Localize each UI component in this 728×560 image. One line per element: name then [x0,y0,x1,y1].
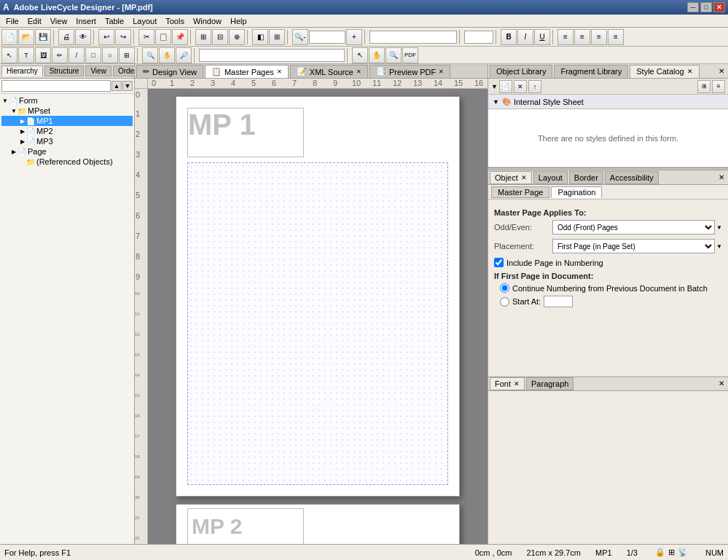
tab-xml-source[interactable]: 📝 XML Source ✕ [290,65,368,78]
close-button[interactable]: ✕ [713,2,725,12]
continue-numbering-radio[interactable] [500,283,509,293]
new-style-button[interactable]: 📄 [499,80,512,93]
object-panel-close[interactable]: ✕ [716,173,727,181]
tool-draw[interactable]: ✏ [52,47,68,63]
grid2-button[interactable]: ⊟ [212,29,228,45]
save-button[interactable]: 💾 [35,29,51,45]
tab-layout[interactable]: Layout [533,171,568,184]
tree-node-mp1[interactable]: ▶ 📄 MP1 [1,116,133,126]
menu-table[interactable]: Table [101,16,128,26]
menu-file[interactable]: File [1,16,23,26]
align-text-left-button[interactable]: ≡ [557,29,574,45]
hand-button[interactable]: ✋ [369,47,385,63]
tab-object[interactable]: Object ✕ [490,171,532,184]
align-text-center-button[interactable]: ≡ [574,29,590,45]
placement-select[interactable]: First Page (in Page Set) Last Page Any P… [552,239,715,253]
move-up-style-button[interactable]: ↑ [528,80,541,93]
font-name-input[interactable] [369,31,457,44]
start-at-row[interactable]: Start At: [494,296,722,307]
page-2-partial[interactable]: MP 2 [176,504,460,544]
bold-button[interactable]: B [501,29,517,45]
tab-object-library[interactable]: Object Library [490,65,552,78]
continue-numbering-row[interactable]: Continue Numbering from Previous Documen… [494,283,722,293]
zoom-in-button[interactable]: + [346,29,362,45]
search-down-button[interactable]: ▼ [122,81,133,91]
start-at-radio[interactable] [500,297,509,307]
mp1-header-box[interactable]: MP 1 [187,108,304,157]
zoom-input[interactable]: 65% [309,31,345,44]
tab-preview-pdf[interactable]: 📑 Preview PDF ✕ [369,65,450,78]
tab-master-page[interactable]: Master Page [491,186,549,198]
tool-image[interactable]: 🖼 [35,47,51,63]
tree-node-refobj[interactable]: ▶ 📁 (Referenced Objects) [1,157,133,167]
preview-button[interactable]: 👁 [75,29,91,45]
print-button[interactable]: 🖨 [58,29,74,45]
start-at-input[interactable] [544,296,573,307]
expand-page[interactable]: ▶ [10,149,17,155]
tab-paragraph[interactable]: Paragraph [526,377,574,390]
snap-button[interactable]: ⊕ [229,29,245,45]
expand-mp3[interactable]: ▶ [19,138,26,145]
style-options-1[interactable]: ⊞ [697,80,711,93]
menu-window[interactable]: Window [189,16,226,26]
hierarchy-search-input[interactable] [1,80,111,92]
justify-button[interactable]: ≡ [608,29,624,45]
tree-node-page[interactable]: ▶ 📄 Page [1,146,133,157]
include-numbering-row[interactable]: Include Page in Numbering [494,258,722,267]
tool-text[interactable]: T [18,47,34,63]
paste-button[interactable]: 📌 [172,29,188,45]
tab-view[interactable]: View [85,66,111,76]
tree-node-mpset[interactable]: ▼ 📁 MPset [1,106,133,116]
page-1[interactable]: MP 1 [176,96,460,497]
tree-node-form[interactable]: ▼ 📄 Form [1,95,133,106]
new-button[interactable]: 📄 [1,29,17,45]
tool-select[interactable]: ↖ [1,47,17,63]
tab-style-catalog[interactable]: Style Catalog ✕ [630,65,699,78]
minimize-button[interactable]: ─ [687,2,699,12]
style-catalog-close[interactable]: ✕ [687,68,693,75]
font-tab-close[interactable]: ✕ [514,380,520,387]
align-left-button[interactable]: ◧ [252,29,268,45]
tool-rect[interactable]: □ [85,47,101,63]
menu-tools[interactable]: Tools [161,16,189,26]
tab-design-view[interactable]: ✏ Design View [136,65,203,78]
odd-even-select[interactable]: Odd (Front) Pages Even (Back) Pages Both [552,220,715,234]
copy-button[interactable]: 📋 [155,29,171,45]
tab-hierarchy[interactable]: Hierarchy [1,66,43,76]
tab-structure[interactable]: Structure [44,66,85,76]
italic-button[interactable]: I [517,29,533,45]
tree-node-mp2[interactable]: ▶ 📄 MP2 [1,126,133,136]
tree-node-mp3[interactable]: ▶ 📄 MP3 [1,136,133,146]
menu-view[interactable]: View [46,16,72,26]
delete-style-button[interactable]: ✕ [514,80,527,93]
tool-line[interactable]: / [69,47,85,63]
collapse-icon[interactable]: ▼ [491,83,498,90]
tool-table[interactable]: ⊞ [119,47,135,63]
expand-form[interactable]: ▼ [1,98,9,104]
underline-button[interactable]: U [534,29,550,45]
menu-edit[interactable]: Edit [23,16,46,26]
magnify-button[interactable]: 🔍 [385,47,402,63]
align-text-right-button[interactable]: ≡ [591,29,607,45]
grid-button[interactable]: ⊞ [195,29,211,45]
tab-pagination[interactable]: Pagination [551,186,602,198]
preview-pdf-close[interactable]: ✕ [439,68,444,75]
menu-layout[interactable]: Layout [128,16,161,26]
master-pages-close[interactable]: ✕ [277,68,282,75]
pdf-button[interactable]: PDF [402,47,418,63]
right-panel-close[interactable]: ✕ [716,67,727,75]
maximize-button[interactable]: □ [700,2,712,12]
zoom-out-button[interactable]: 🔍- [292,29,308,45]
cut-button[interactable]: ✂ [138,29,154,45]
tab-master-pages[interactable]: 📋 Master Pages ✕ [205,65,289,78]
object-tab-close[interactable]: ✕ [521,174,527,181]
menu-insert[interactable]: Insert [71,16,101,26]
tab-accessibility[interactable]: Accessibility [605,171,659,184]
tool-find[interactable]: 🔎 [176,47,192,63]
tool-hand[interactable]: ✋ [159,47,175,63]
redo-button[interactable]: ↪ [115,29,131,45]
expand-mp2[interactable]: ▶ [19,128,26,135]
include-numbering-checkbox[interactable] [494,258,504,267]
pointer-button[interactable]: ↖ [352,47,368,63]
scrollable-canvas[interactable]: MP 1 MP 2 [148,89,488,544]
